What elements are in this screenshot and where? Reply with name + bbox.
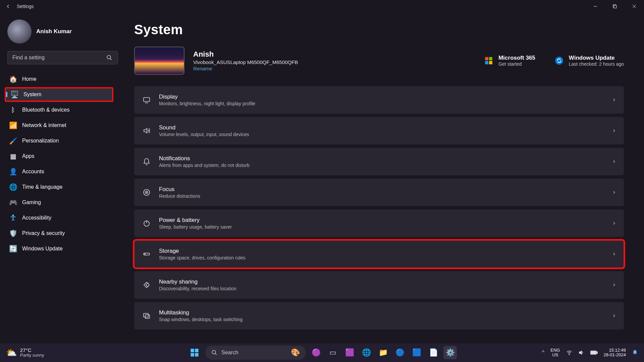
sidebar-item-bluetooth-devices[interactable]: ᛒBluetooth & devices xyxy=(5,103,113,117)
sidebar-item-time-language[interactable]: 🌐Time & language xyxy=(5,180,113,194)
taskbar-app-edge[interactable]: 🌐 xyxy=(360,346,373,359)
user-block[interactable]: Anish Kumar xyxy=(7,19,113,44)
nav-label: Home xyxy=(22,76,37,82)
card-sub: Reduce distractions xyxy=(159,193,612,199)
search-input[interactable] xyxy=(12,55,106,61)
language-indicator[interactable]: ENG US xyxy=(550,348,560,358)
setting-card-focus[interactable]: FocusReduce distractions xyxy=(134,179,624,206)
close-button[interactable] xyxy=(625,0,644,13)
device-wallpaper-thumb[interactable] xyxy=(134,47,184,75)
arrow-left-icon xyxy=(5,3,11,9)
setting-card-nearby[interactable]: Nearby sharingDiscoverability, received … xyxy=(134,271,624,299)
battery-icon[interactable] xyxy=(590,350,598,355)
sidebar-item-accessibility[interactable]: Accessibility xyxy=(5,210,113,225)
system-icon: 🖥️ xyxy=(11,91,18,98)
sidebar-item-system[interactable]: 🖥️System xyxy=(5,87,113,102)
chevron-right-icon xyxy=(612,313,616,318)
setting-card-multitasking[interactable]: MultitaskingSnap windows, desktops, task… xyxy=(134,302,624,329)
search-box[interactable] xyxy=(7,51,118,64)
promo-sub: Last checked: 2 hours ago xyxy=(569,61,624,67)
svg-rect-2 xyxy=(614,5,616,8)
taskbar-app-taskview[interactable]: ▭ xyxy=(326,346,339,359)
rename-link[interactable]: Rename xyxy=(193,66,298,71)
sidebar-item-personalization[interactable]: 🖌️Personalization xyxy=(5,133,113,148)
svg-line-6 xyxy=(110,58,112,60)
chevron-right-icon xyxy=(612,252,616,256)
setting-card-power[interactable]: Power & batterySleep, battery usage, bat… xyxy=(134,209,624,237)
taskbar-app-explorer[interactable]: 📁 xyxy=(376,346,390,359)
content: System Anish Vivobook_ASUSLaptop M6500QF… xyxy=(121,13,644,343)
taskbar-app-gallery[interactable]: 🟪 xyxy=(343,346,356,359)
sidebar-item-network-internet[interactable]: 📶Network & internet xyxy=(5,118,113,133)
card-title: Multitasking xyxy=(159,309,612,316)
svg-rect-22 xyxy=(144,313,148,317)
sound-icon xyxy=(142,126,152,136)
chevron-right-icon xyxy=(612,190,616,195)
nav-label: Accounts xyxy=(22,169,44,175)
time-language-icon: 🌐 xyxy=(9,183,17,191)
svg-point-7 xyxy=(12,215,14,216)
search-decoration-icon: 🎨 xyxy=(291,348,300,357)
promo-windows-update[interactable]: Windows Update Last checked: 2 hours ago xyxy=(554,55,624,67)
taskbar-app-copilot[interactable]: 🟣 xyxy=(309,346,323,359)
setting-card-display[interactable]: DisplayMonitors, brightness, night light… xyxy=(134,86,624,114)
weather-widget[interactable]: ⛅ 27°C Partly sunny xyxy=(0,348,44,358)
search-icon xyxy=(106,55,113,61)
wifi-icon[interactable] xyxy=(566,350,572,356)
maximize-button[interactable] xyxy=(605,0,625,13)
svg-rect-33 xyxy=(591,352,596,354)
accounts-icon: 👤 xyxy=(9,168,17,175)
sidebar-item-accounts[interactable]: 👤Accounts xyxy=(5,164,113,179)
search-icon xyxy=(211,350,217,356)
taskbar-app-settings[interactable]: ⚙️ xyxy=(443,346,457,359)
card-sub: Monitors, brightness, night light, displ… xyxy=(159,101,612,106)
promo-microsoft365[interactable]: Microsoft 365 Get started xyxy=(484,55,535,67)
nav-label: Accessibility xyxy=(22,215,51,221)
sidebar-item-windows-update[interactable]: 🔄Windows Update xyxy=(5,241,113,256)
focus-icon xyxy=(142,187,152,197)
chevron-right-icon xyxy=(612,283,616,287)
card-text: Power & batterySleep, battery usage, bat… xyxy=(159,217,612,230)
card-title: Sound xyxy=(159,124,612,131)
taskbar-app-word[interactable]: 🟦 xyxy=(410,346,423,359)
bluetooth-devices-icon: ᛒ xyxy=(9,106,17,114)
svg-rect-13 xyxy=(144,98,150,102)
taskbar-app-chrome[interactable]: 🔵 xyxy=(393,346,407,359)
sidebar: Anish Kumar 🏠Home🖥️SystemᛒBluetooth & de… xyxy=(0,13,121,343)
svg-rect-8 xyxy=(485,57,488,60)
ms365-icon xyxy=(484,56,494,66)
card-title: Display xyxy=(159,94,612,100)
titlebar: Settings xyxy=(0,0,644,13)
multitasking-icon xyxy=(142,311,152,321)
setting-card-storage[interactable]: StorageStorage space, drives, configurat… xyxy=(134,240,624,268)
chevron-right-icon xyxy=(612,98,616,102)
taskbar: ⛅ 27°C Partly sunny Search 🎨 🟣 ▭ 🟪 🌐 📁 🔵… xyxy=(0,343,644,362)
privacy-security-icon: 🛡️ xyxy=(9,230,17,237)
settings-cards: DisplayMonitors, brightness, night light… xyxy=(134,86,624,329)
window-controls xyxy=(586,0,644,13)
avatar xyxy=(7,19,32,44)
setting-card-sound[interactable]: SoundVolume levels, output, input, sound… xyxy=(134,117,624,144)
taskbar-search[interactable]: Search 🎨 xyxy=(205,346,306,360)
card-text: Nearby sharingDiscoverability, received … xyxy=(159,279,612,291)
sidebar-item-home[interactable]: 🏠Home xyxy=(5,72,113,86)
setting-card-notifications[interactable]: NotificationsAlerts from apps and system… xyxy=(134,148,624,175)
minimize-button[interactable] xyxy=(586,0,605,13)
card-text: SoundVolume levels, output, input, sound… xyxy=(159,124,612,137)
windows-update-icon: 🔄 xyxy=(9,245,17,252)
clock[interactable]: 15:12:49 28-01-2024 xyxy=(604,348,626,358)
svg-point-30 xyxy=(569,354,570,355)
sidebar-item-gaming[interactable]: 🎮Gaming xyxy=(5,195,113,210)
sidebar-item-privacy-security[interactable]: 🛡️Privacy & security xyxy=(5,226,113,241)
start-button[interactable] xyxy=(187,345,202,360)
svg-point-17 xyxy=(146,192,147,193)
back-button[interactable] xyxy=(3,1,13,12)
storage-icon xyxy=(142,249,152,259)
tray-chevron-icon[interactable]: ^ xyxy=(542,350,545,356)
sidebar-item-apps[interactable]: ▦Apps xyxy=(5,149,113,164)
taskbar-app-notepad[interactable]: 📄 xyxy=(427,346,440,359)
notifications-icon[interactable] xyxy=(632,350,638,356)
lang-top: ENG xyxy=(550,348,560,353)
volume-icon[interactable] xyxy=(578,350,584,356)
chevron-right-icon xyxy=(612,221,616,226)
